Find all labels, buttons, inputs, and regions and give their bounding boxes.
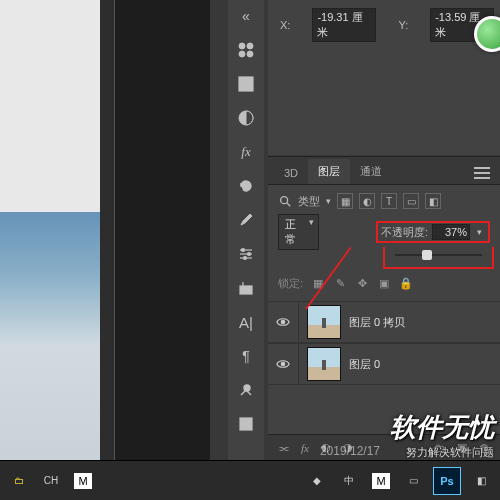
- info-icon[interactable]: [234, 278, 258, 298]
- layer-row[interactable]: 图层 0 拷贝: [268, 301, 500, 343]
- delete-layer-icon[interactable]: 🗑: [479, 442, 490, 454]
- vertical-toolbar: « fx A| ¶: [228, 0, 264, 460]
- search-icon[interactable]: [278, 194, 292, 208]
- history-icon[interactable]: [234, 176, 258, 196]
- link-layers-icon[interactable]: ⫘: [278, 442, 289, 454]
- taskbar-tray-icon[interactable]: ▭: [398, 466, 428, 496]
- filter-smart-icon[interactable]: ◧: [425, 193, 441, 209]
- grid-icon[interactable]: [234, 74, 258, 94]
- tab-3d[interactable]: 3D: [274, 162, 308, 184]
- svg-point-0: [239, 43, 245, 49]
- svg-point-1: [247, 43, 253, 49]
- visibility-icon[interactable]: [276, 357, 290, 371]
- layers-panel: 3D 图层 通道 类型 ▾ ▦ ◐ T ▭ ◧ 正常 不透明度: ▾ 锁定: ▦…: [268, 156, 500, 460]
- panel-footer: ⫘ fx ◐ ◑ 🗀 ▣ 🗑: [268, 434, 500, 460]
- filter-label: 类型: [298, 194, 320, 209]
- svg-point-3: [247, 51, 253, 57]
- taskbar-explorer-icon[interactable]: 🗀: [4, 466, 34, 496]
- paragraph-icon[interactable]: ¶: [234, 346, 258, 366]
- tools-icon[interactable]: [234, 380, 258, 400]
- brush-settings-icon[interactable]: [234, 244, 258, 264]
- fx-icon[interactable]: fx: [301, 442, 309, 454]
- layer-name[interactable]: 图层 0 拷贝: [349, 315, 405, 330]
- date-overlay: 2019/12/17: [320, 444, 380, 458]
- layer-thumbnail[interactable]: [307, 347, 341, 381]
- lock-all-icon[interactable]: 🔒: [399, 276, 413, 290]
- visibility-icon[interactable]: [276, 315, 290, 329]
- collapse-icon[interactable]: «: [234, 6, 258, 26]
- svg-point-2: [239, 51, 245, 57]
- layer-thumbnail[interactable]: [307, 305, 341, 339]
- options-bar: X: -19.31 厘米 Y: -13.59 厘米: [268, 0, 500, 155]
- vertical-ruler: [100, 0, 115, 460]
- filter-type-icon[interactable]: T: [381, 193, 397, 209]
- opacity-label: 不透明度:: [381, 225, 428, 240]
- swatches-icon[interactable]: [234, 40, 258, 60]
- slider-thumb[interactable]: [422, 250, 432, 260]
- status-badge-icon[interactable]: [474, 16, 500, 52]
- taskbar: 🗀 CH M ◆ 中 M ▭ Ps ◧: [0, 460, 500, 500]
- tab-channels[interactable]: 通道: [350, 159, 392, 184]
- svg-rect-19: [240, 418, 252, 430]
- ime-m2[interactable]: M: [366, 466, 396, 496]
- layer-row[interactable]: 图层 0: [268, 343, 500, 385]
- new-layer-icon[interactable]: ▣: [457, 441, 467, 454]
- opacity-control: 不透明度: ▾: [376, 221, 490, 243]
- lock-position-icon[interactable]: ✥: [355, 276, 369, 290]
- blend-mode-select[interactable]: 正常: [278, 214, 319, 250]
- panel-tabs: 3D 图层 通道: [268, 157, 500, 185]
- svg-point-13: [244, 257, 247, 260]
- opacity-dropdown-icon[interactable]: ▾: [474, 227, 485, 237]
- svg-point-11: [242, 249, 245, 252]
- svg-point-21: [281, 197, 288, 204]
- layer-name[interactable]: 图层 0: [349, 357, 380, 372]
- layer-list: 图层 0 拷贝 图层 0: [268, 297, 500, 389]
- svg-point-23: [281, 320, 285, 324]
- panel-menu-icon[interactable]: [464, 162, 500, 184]
- lock-pixels-icon[interactable]: ▦: [311, 276, 325, 290]
- ime-ch[interactable]: CH: [36, 466, 66, 496]
- opacity-slider[interactable]: [395, 249, 482, 261]
- adjustments-icon[interactable]: [234, 108, 258, 128]
- x-value[interactable]: -19.31 厘米: [312, 8, 376, 42]
- canvas-image: [0, 0, 100, 460]
- x-label: X:: [280, 19, 290, 31]
- opacity-slider-row: [383, 247, 494, 269]
- filter-shape-icon[interactable]: ▭: [403, 193, 419, 209]
- taskbar-photoshop-icon[interactable]: Ps: [430, 466, 464, 496]
- svg-point-18: [244, 385, 250, 391]
- svg-rect-14: [240, 286, 252, 294]
- svg-point-12: [248, 253, 251, 256]
- svg-line-22: [287, 203, 291, 207]
- canvas-area[interactable]: [0, 0, 210, 460]
- lock-artboard-icon[interactable]: ▣: [377, 276, 391, 290]
- tab-layers[interactable]: 图层: [308, 159, 350, 184]
- properties-icon[interactable]: [234, 414, 258, 434]
- group-icon[interactable]: 🗀: [434, 442, 445, 454]
- taskbar-app-icon[interactable]: ◆: [302, 466, 332, 496]
- y-label: Y:: [398, 19, 408, 31]
- lock-label: 锁定:: [278, 276, 303, 291]
- ime-m[interactable]: M: [68, 466, 98, 496]
- ime-zh[interactable]: 中: [334, 466, 364, 496]
- filter-adjust-icon[interactable]: ◐: [359, 193, 375, 209]
- filter-pixel-icon[interactable]: ▦: [337, 193, 353, 209]
- taskbar-tray2-icon[interactable]: ◧: [466, 466, 496, 496]
- lock-brush-icon[interactable]: ✎: [333, 276, 347, 290]
- svg-point-24: [281, 362, 285, 366]
- lock-row: 锁定: ▦ ✎ ✥ ▣ 🔒: [268, 269, 500, 297]
- character-icon[interactable]: A|: [234, 312, 258, 332]
- brush-icon[interactable]: [234, 210, 258, 230]
- blend-mode-row: 正常 不透明度: ▾: [268, 217, 500, 247]
- styles-icon[interactable]: fx: [234, 142, 258, 162]
- layer-filter-row: 类型 ▾ ▦ ◐ T ▭ ◧: [268, 185, 500, 217]
- opacity-input[interactable]: [432, 224, 470, 240]
